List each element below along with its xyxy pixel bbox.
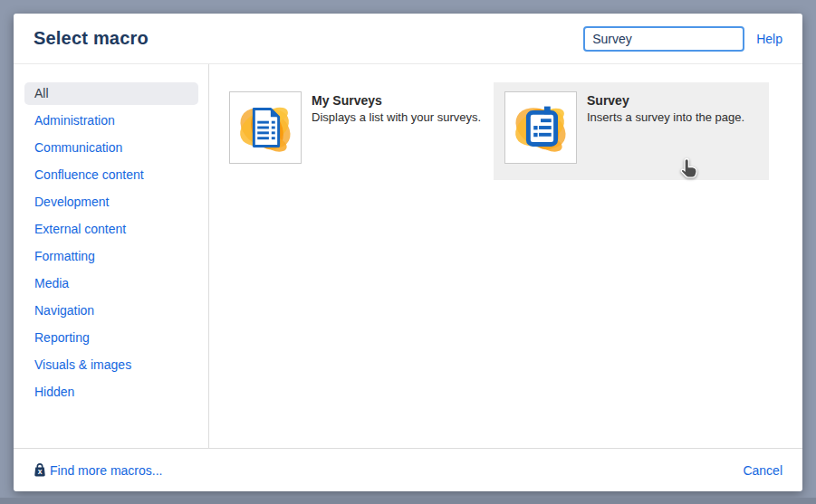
sidebar-item-communication[interactable]: Communication <box>24 137 198 159</box>
category-sidebar: All Administration Communication Conflue… <box>14 64 209 448</box>
svg-text:x: x <box>38 467 43 476</box>
overlay-bottom-strip <box>0 498 816 504</box>
macro-list: My Surveys Displays a list with your sur… <box>218 82 802 180</box>
macro-description: Inserts a survey into the page. <box>587 110 744 124</box>
cancel-link[interactable]: Cancel <box>743 463 782 478</box>
macro-item-survey[interactable]: Survey Inserts a survey into the page. <box>494 82 769 180</box>
sidebar-item-development[interactable]: Development <box>24 191 198 214</box>
dialog-header: Select macro Help <box>14 14 802 64</box>
macro-item-my-surveys[interactable]: My Surveys Displays a list with your sur… <box>218 82 494 180</box>
sidebar-item-media[interactable]: Media <box>24 272 198 295</box>
macro-name: My Surveys <box>312 93 481 108</box>
sidebar-item-navigation[interactable]: Navigation <box>24 300 198 322</box>
find-more-macros-label: Find more macros... <box>50 463 162 478</box>
sidebar-item-hidden[interactable]: Hidden <box>24 381 198 404</box>
sidebar-item-external-content[interactable]: External content <box>24 218 198 241</box>
dialog-body: All Administration Communication Conflue… <box>14 64 802 448</box>
survey-clipboard-icon <box>505 92 576 163</box>
select-macro-dialog: Select macro Help All Administration Com… <box>14 14 802 491</box>
marketplace-bag-icon: x <box>34 463 46 477</box>
sidebar-item-formatting[interactable]: Formatting <box>24 245 198 268</box>
page: { "colors": { "overlay": "#8e99ad", "ove… <box>0 0 816 504</box>
sidebar-item-reporting[interactable]: Reporting <box>24 327 198 349</box>
macro-text: My Surveys Displays a list with your sur… <box>312 91 481 124</box>
sidebar-item-all[interactable]: All <box>24 82 198 105</box>
macro-description: Displays a list with your surveys. <box>312 110 481 124</box>
sidebar-item-confluence-content[interactable]: Confluence content <box>24 164 198 186</box>
my-surveys-document-icon <box>230 92 301 163</box>
header-right: Help <box>583 26 782 52</box>
my-surveys-icon-box <box>229 91 302 164</box>
help-link[interactable]: Help <box>756 32 782 46</box>
macro-text: Survey Inserts a survey into the page. <box>587 91 744 124</box>
sidebar-item-visuals-images[interactable]: Visuals & images <box>24 354 198 376</box>
dialog-footer: x Find more macros... Cancel <box>14 448 802 491</box>
sidebar-item-administration[interactable]: Administration <box>24 109 198 132</box>
macro-search-input[interactable] <box>583 26 744 52</box>
macro-results-panel: My Surveys Displays a list with your sur… <box>209 64 802 448</box>
find-more-macros-link[interactable]: x Find more macros... <box>34 463 162 478</box>
macro-name: Survey <box>587 93 744 108</box>
survey-icon-box <box>504 91 577 164</box>
dialog-title: Select macro <box>34 28 149 49</box>
